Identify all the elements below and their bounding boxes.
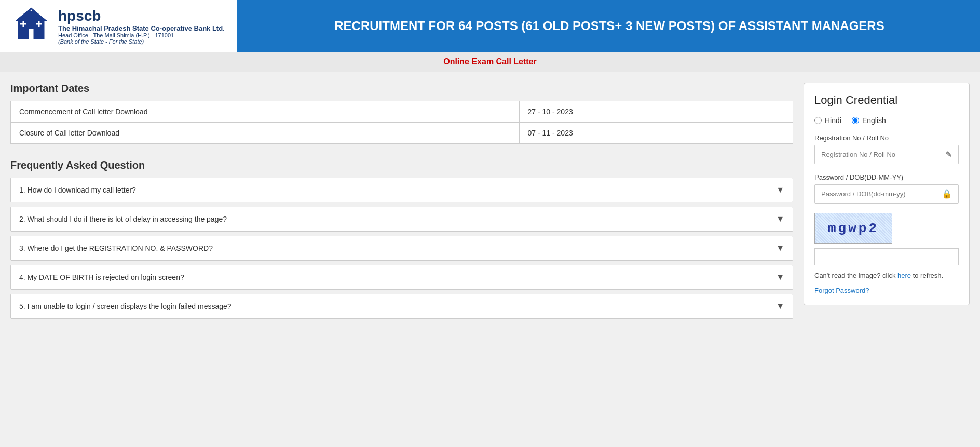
date-label-1: Commencement of Call letter Download: [11, 101, 520, 123]
date-value-2: 07 - 11 - 2023: [519, 123, 793, 144]
important-dates-section: Important Dates Commencement of Call let…: [10, 83, 793, 144]
faq-question-1[interactable]: 1. How do I download my call letter? ▼: [11, 178, 793, 202]
page-main-title: RECRUITMENT FOR 64 POSTS (61 old posts+ …: [334, 19, 884, 33]
faq-title: Frequently Asked Question: [10, 159, 793, 171]
date-value-1: 27 - 10 - 2023: [519, 101, 793, 123]
login-title: Login Credential: [814, 93, 959, 107]
sub-header: Online Exam Call Letter: [0, 52, 980, 72]
chevron-down-icon: ▼: [776, 185, 784, 195]
faq-question-text-5: 5. I am unable to login / screen display…: [19, 302, 232, 310]
password-input-wrapper: 🔒: [814, 184, 959, 204]
captcha-input[interactable]: [814, 248, 959, 265]
logo-hpscb-label: hpscb: [58, 8, 225, 24]
captcha-image: mgwp2: [814, 213, 892, 244]
faq-section: Frequently Asked Question 1. How do I do…: [10, 159, 793, 319]
edit-icon: ✎: [939, 145, 958, 164]
lock-icon: 🔒: [935, 185, 958, 203]
page-header: hpscb The Himachal Pradesh State Co-oper…: [0, 0, 980, 52]
bank-name-label: The Himachal Pradesh State Co-operative …: [58, 24, 225, 32]
table-row: Closure of Call letter Download 07 - 11 …: [11, 123, 793, 144]
language-hindi-radio[interactable]: [814, 117, 822, 124]
password-label: Password / DOB(DD-MM-YY): [814, 173, 959, 181]
login-box: Login Credential Hindi English Registrat…: [804, 83, 970, 305]
faq-question-text-4: 4. My DATE OF BIRTH is rejected on login…: [19, 273, 184, 281]
registration-input[interactable]: [815, 145, 939, 164]
left-panel: Important Dates Commencement of Call let…: [10, 83, 793, 323]
registration-label: Registration No / Roll No: [814, 134, 959, 142]
right-panel: Login Credential Hindi English Registrat…: [804, 83, 970, 323]
registration-input-wrapper: ✎: [814, 145, 959, 164]
logo-section: hpscb The Himachal Pradesh State Co-oper…: [0, 0, 239, 52]
password-input[interactable]: [815, 185, 935, 203]
dates-table: Commencement of Call letter Download 27 …: [10, 101, 793, 144]
date-label-2: Closure of Call letter Download: [11, 123, 520, 144]
faq-item-4: 4. My DATE OF BIRTH is rejected on login…: [10, 265, 793, 290]
bank-tagline-label: (Bank of the State - For the State): [58, 38, 225, 45]
language-hindi-label: Hindi: [825, 116, 841, 125]
sub-header-text: Online Exam Call Letter: [443, 57, 537, 66]
hpscb-logo-icon: [10, 5, 52, 47]
language-english-radio[interactable]: [852, 117, 859, 124]
faq-item-3: 3. Where do I get the REGISTRATION NO. &…: [10, 236, 793, 261]
head-office-label: Head Office - The Mall Shimla (H.P.) - 1…: [58, 32, 225, 38]
faq-question-4[interactable]: 4. My DATE OF BIRTH is rejected on login…: [11, 265, 793, 289]
forgot-password-link[interactable]: Forgot Password?: [814, 287, 869, 294]
captcha-note: Can't read the image? click here to refr…: [814, 270, 959, 281]
header-title-section: RECRUITMENT FOR 64 POSTS (61 old posts+ …: [239, 0, 980, 52]
language-english-label: English: [862, 116, 886, 125]
faq-question-text-1: 1. How do I download my call letter?: [19, 186, 136, 194]
faq-item-2: 2. What should I do if there is lot of d…: [10, 207, 793, 232]
chevron-down-icon: ▼: [776, 273, 784, 282]
language-hindi-option[interactable]: Hindi: [814, 116, 841, 125]
logo-text-block: hpscb The Himachal Pradesh State Co-oper…: [58, 8, 225, 45]
important-dates-title: Important Dates: [10, 83, 793, 94]
language-english-option[interactable]: English: [852, 116, 886, 125]
faq-question-text-2: 2. What should I do if there is lot of d…: [19, 215, 227, 223]
faq-item-1: 1. How do I download my call letter? ▼: [10, 178, 793, 202]
language-selection: Hindi English: [814, 116, 959, 125]
faq-question-text-3: 3. Where do I get the REGISTRATION NO. &…: [19, 244, 213, 252]
faq-question-2[interactable]: 2. What should I do if there is lot of d…: [11, 207, 793, 231]
table-row: Commencement of Call letter Download 27 …: [11, 101, 793, 123]
faq-question-3[interactable]: 3. Where do I get the REGISTRATION NO. &…: [11, 236, 793, 260]
chevron-down-icon: ▼: [776, 214, 784, 224]
faq-item-5: 5. I am unable to login / screen display…: [10, 294, 793, 319]
main-content: Important Dates Commencement of Call let…: [0, 72, 980, 333]
chevron-down-icon: ▼: [776, 243, 784, 253]
captcha-note-suffix: to refresh.: [911, 272, 943, 279]
captcha-refresh-link[interactable]: here: [897, 272, 911, 279]
chevron-down-icon: ▼: [776, 302, 784, 311]
faq-question-5[interactable]: 5. I am unable to login / screen display…: [11, 294, 793, 318]
captcha-note-prefix: Can't read the image? click: [814, 272, 897, 279]
